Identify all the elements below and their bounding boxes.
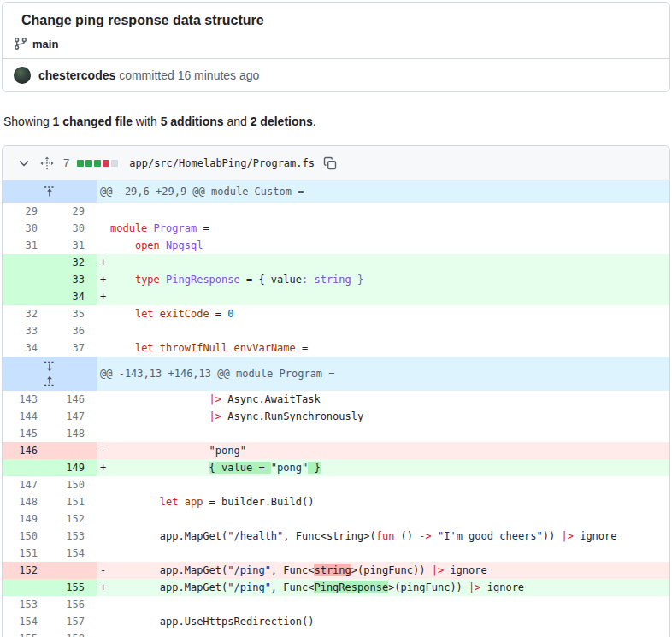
hunk-expand-gutter[interactable] [3,180,97,203]
new-line-number[interactable] [50,442,97,459]
diff-context-row: 3437 let throwIfNull envVarName = [3,339,669,357]
code-token: throwIfNull [160,342,227,354]
new-line-number[interactable]: 30 [50,220,97,237]
old-line-number[interactable] [3,254,50,271]
code-token [110,530,160,542]
code-line [97,596,669,613]
diff-context-row: 3235 let exitCode = 0 [3,305,669,322]
old-line-number[interactable]: 144 [3,408,50,425]
new-line-number[interactable]: 148 [50,425,97,442]
code-line: + { value = "pong" } [97,459,669,476]
fold-up-line-icon[interactable] [43,185,56,198]
new-line-number[interactable]: 152 [50,510,97,528]
diff-context-row: 145148 [3,425,669,442]
diff-hunk-row: @@ -29,6 +29,9 @@ module Custom = [3,180,669,203]
new-line-number[interactable]: 150 [50,476,97,493]
code-token: |> [209,410,221,422]
old-line-number[interactable]: 143 [3,391,50,408]
new-line-number[interactable]: 156 [50,596,97,613]
code-line: |> Async.AwaitTask [97,391,669,408]
old-line-number[interactable]: 34 [3,339,50,357]
code-token: } [351,274,363,286]
old-line-number[interactable]: 145 [3,425,50,442]
old-line-number[interactable]: 147 [3,476,50,493]
code-token: module [110,222,154,234]
old-line-number[interactable]: 33 [3,322,50,339]
old-line-number[interactable]: 153 [3,596,50,613]
new-line-number[interactable]: 158 [50,630,97,637]
drag-handle-icon[interactable] [39,156,55,171]
summary-deletions: 2 deletions [251,115,313,128]
commit-meta-text: committed 16 minutes ago [119,68,259,82]
old-line-number[interactable]: 148 [3,493,50,510]
chevron-down-icon[interactable] [16,156,32,171]
author-link[interactable]: chestercodes [38,68,115,82]
avatar[interactable] [14,67,31,84]
code-token: "I'm good cheers" [438,530,543,542]
code-token [110,616,160,628]
code-token: |> [561,530,573,542]
diff-marker: - [97,562,110,579]
hunk-expand-gutter[interactable] [3,357,97,391]
old-line-number[interactable]: 150 [3,528,50,545]
new-line-number[interactable]: 157 [50,613,97,630]
old-line-number[interactable]: 154 [3,613,50,630]
new-line-number[interactable]: 35 [50,305,97,322]
code-token: Program [154,222,197,234]
code-line: + type PingResponse = { value: string } [97,271,669,288]
new-line-number[interactable]: 37 [50,339,97,357]
old-line-number[interactable]: 29 [3,203,50,220]
code-token: ignore [481,581,525,593]
old-line-number[interactable]: 32 [3,305,50,322]
new-line-number[interactable]: 149 [50,459,97,476]
old-line-number[interactable] [3,288,50,305]
diff-marker: + [97,254,110,271]
fold-up-icon[interactable] [43,374,56,387]
code-line: open Npgsql [97,237,669,254]
old-line-number[interactable]: 146 [3,442,50,459]
new-line-number[interactable]: 29 [50,203,97,220]
code-line [97,203,669,220]
diffstat-square-add [77,160,84,167]
new-line-number[interactable]: 154 [50,545,97,562]
code-line: let app = builder.Build() [97,493,669,510]
new-line-number[interactable]: 147 [50,408,97,425]
code-token: = [296,342,308,354]
new-line-number[interactable]: 153 [50,528,97,545]
diffstat-square-del [103,160,109,167]
old-line-number[interactable]: 31 [3,237,50,254]
new-line-number[interactable]: 34 [50,288,97,305]
diff-context-row: 3030module Program = [3,220,669,237]
new-line-number[interactable]: 146 [50,391,97,408]
commit-page: Change ping response data structure main [0,0,672,637]
code-token: "/health" [227,530,283,542]
summary-changed-files: 1 changed file [53,115,133,128]
code-line: app.UseHttpsRedirection() [97,613,669,630]
old-line-number[interactable]: 149 [3,510,50,528]
hunk-header-text: @@ -143,13 +146,13 @@ module Program = [97,357,669,391]
old-line-number[interactable]: 152 [3,562,50,579]
new-line-number[interactable]: 33 [50,271,97,288]
branch-row: main [3,37,669,58]
copy-icon[interactable] [322,156,338,171]
old-line-number[interactable] [3,579,50,596]
new-line-number[interactable]: 32 [50,254,97,271]
commit-header-box: Change ping response data structure main [2,2,670,92]
code-token [110,308,135,320]
code-token: "/ping" [227,564,271,576]
old-line-number[interactable]: 151 [3,545,50,562]
old-line-number[interactable] [3,459,50,476]
new-line-number[interactable] [50,562,97,579]
old-line-number[interactable] [3,271,50,288]
new-line-number[interactable]: 36 [50,322,97,339]
new-line-number[interactable]: 155 [50,579,97,596]
old-line-number[interactable]: 155 [3,630,50,637]
new-line-number[interactable]: 151 [50,493,97,510]
code-token: "pong" [271,462,308,474]
fold-down-icon[interactable] [43,360,56,374]
new-line-number[interactable]: 31 [50,237,97,254]
code-line: + app.MapGet("/ping", Func<PingResponse>… [97,579,669,596]
file-path-link[interactable]: app/src/HomelabPing/Program.fs [129,157,315,169]
old-line-number[interactable]: 30 [3,220,50,237]
code-token: "pong" [209,445,246,457]
